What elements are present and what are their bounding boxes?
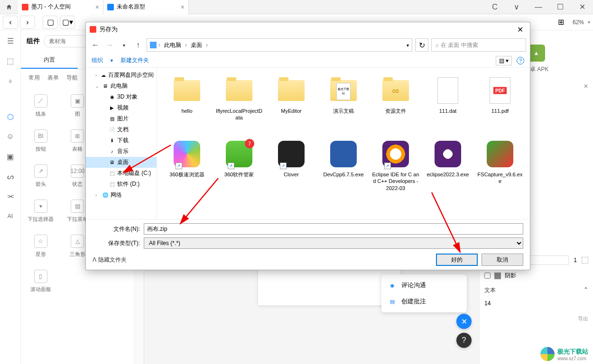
tab-builtin[interactable]: 内置	[21, 52, 78, 69]
chevron-up-icon[interactable]: ⌃	[584, 286, 588, 294]
component-star[interactable]: ☆星形	[23, 229, 59, 263]
filetype-select[interactable]: All Files (*.*)	[144, 237, 523, 249]
fab-close[interactable]: ✕	[456, 314, 472, 329]
annotation-icon: ▤	[388, 297, 397, 306]
tree-item-download[interactable]: ⬇下载	[86, 135, 157, 146]
component-arrow[interactable]: ↗箭头	[23, 159, 59, 193]
file-item[interactable]: eclipse2022.3.exe	[423, 136, 473, 198]
filter-form[interactable]: 表单	[45, 73, 62, 83]
rail-list-icon[interactable]: ☰	[4, 34, 17, 47]
forward-button[interactable]: ›	[20, 16, 35, 29]
file-item[interactable]: IflyrecLocalProjectData	[214, 73, 264, 134]
refresh-button[interactable]: ↻	[415, 38, 428, 52]
breadcrumb-item[interactable]: 此电脑	[162, 41, 183, 49]
rail-smile-icon[interactable]: ☺	[4, 130, 17, 143]
menu-item-annotation[interactable]: ▤ 创建批注	[381, 293, 467, 309]
rail-image-icon[interactable]: ▣	[4, 150, 17, 163]
close-button[interactable]: ✕	[571, 0, 593, 14]
rail-apps-icon[interactable]: ⬨	[4, 74, 17, 87]
hide-folders-toggle[interactable]: ᐱ 隐藏文件夹	[93, 256, 127, 264]
shadow-color-swatch[interactable]	[494, 273, 501, 279]
pattern-icon[interactable]	[582, 257, 588, 264]
help-button[interactable]: ?	[517, 57, 524, 64]
home-button[interactable]	[0, 0, 18, 14]
ok-button[interactable]: 好的	[436, 254, 478, 266]
maximize-button[interactable]: ☐	[549, 0, 571, 14]
rail-ai-icon[interactable]: AI	[4, 209, 17, 223]
file-item[interactable]: ↗Eclipse IDE for C and C++ Developers - …	[371, 136, 421, 198]
tree-item-desktop[interactable]: 🖥桌面	[86, 157, 157, 168]
file-item[interactable]: 7↗360软件管家	[214, 136, 264, 198]
view-options-button[interactable]: ▤ ▾	[496, 56, 512, 65]
layout-icon[interactable]: ⊞	[554, 16, 569, 29]
dropdown-button[interactable]: ∨	[506, 0, 528, 14]
component-scroll[interactable]: ▯滚动面板	[23, 264, 59, 298]
file-icon	[437, 77, 458, 104]
tree-item-disk[interactable]: ⬚软件 (D:)	[86, 179, 157, 190]
dialog-close-button[interactable]: ✕	[514, 25, 526, 34]
file-list[interactable]: helloIflyrecLocalProjectDataMyEditor极光下载…	[157, 68, 530, 219]
expand-icon[interactable]: ›	[95, 193, 100, 198]
tree-item-disk[interactable]: ⬚本地磁盘 (C:)	[86, 168, 157, 179]
page-button[interactable]: ▢	[43, 16, 58, 29]
component-Bt[interactable]: Bt按钮	[23, 124, 59, 158]
tree-item-network[interactable]: ›🌐网络	[86, 190, 157, 200]
rail-branch-icon[interactable]: ᔕ	[4, 170, 17, 183]
file-item[interactable]: ↗360极速浏览器	[162, 136, 212, 198]
tree-item-cloud[interactable]: ›☁百度网盘同步空间	[86, 70, 157, 81]
menu-item-comment[interactable]: ◉ 评论沟通	[381, 277, 467, 293]
nav-up-button[interactable]: ↑	[132, 39, 144, 51]
filter-common[interactable]: 常用	[26, 73, 43, 83]
file-item[interactable]: 111.dat	[423, 73, 473, 134]
reload-button[interactable]: C	[484, 0, 506, 14]
component-line[interactable]: ／线条	[23, 89, 59, 123]
cancel-button[interactable]: 取消	[482, 254, 523, 266]
shadow-checkbox[interactable]	[484, 273, 491, 279]
minimize-button[interactable]: —	[528, 0, 549, 14]
rail-cube-icon[interactable]: ⬡	[4, 110, 17, 123]
expand-icon[interactable]: ›	[95, 73, 99, 78]
zoom-level[interactable]: 62%	[573, 19, 584, 26]
export-label[interactable]: 导出	[484, 315, 588, 322]
browser-tab-0[interactable]: 墨刀 - 个人空间 ×	[18, 0, 103, 14]
tree-item-doc[interactable]: 📄文档	[86, 124, 157, 135]
text-size-value[interactable]: 14	[484, 298, 588, 309]
tree-item-video[interactable]: ▶视频	[86, 102, 157, 113]
fab-help[interactable]: ?	[456, 333, 472, 348]
nav-forward-button[interactable]: →	[104, 39, 115, 51]
expand-icon[interactable]: ⌄	[95, 84, 100, 89]
folder-search-input[interactable]: ⌕ 在 桌面 中搜索	[431, 38, 526, 52]
tab-close-icon[interactable]: ×	[95, 3, 99, 11]
tree-item-3d[interactable]: ◉3D 对象	[86, 91, 157, 102]
file-item[interactable]: PDF111.pdf	[475, 73, 525, 134]
tree-item-music[interactable]: ♪音乐	[86, 146, 157, 157]
organize-dropdown[interactable]: 组织	[92, 56, 103, 64]
breadcrumb-item[interactable]: 桌面	[189, 41, 204, 49]
nav-back-button[interactable]: ←	[90, 39, 101, 51]
frame-dropdown[interactable]: ▢▾	[60, 16, 75, 29]
file-item[interactable]: DevCpp6.7.5.exe	[318, 136, 369, 198]
new-folder-button[interactable]: 新建文件夹	[120, 56, 149, 64]
chevron-down-icon[interactable]: ▾	[407, 43, 409, 48]
file-item[interactable]: ∞资源文件	[371, 73, 421, 134]
tree-item-pc[interactable]: ⌄🖥此电脑	[86, 81, 157, 91]
close-icon[interactable]: ✕	[584, 83, 588, 90]
file-item[interactable]: hello	[162, 73, 212, 134]
file-item[interactable]: ↗Clover	[266, 136, 316, 198]
tree-item-image[interactable]: ▨图片	[86, 113, 157, 124]
tab-close-icon[interactable]: ×	[181, 3, 185, 11]
filter-nav[interactable]: 导航	[64, 73, 81, 83]
nav-recent-dropdown[interactable]: ▾	[118, 39, 130, 51]
browser-tab-1[interactable]: 未命名原型 ×	[103, 0, 189, 14]
file-item[interactable]: 极光下载站演示文稿	[318, 73, 369, 134]
file-item[interactable]: MyEditor	[266, 73, 316, 134]
location-breadcrumb[interactable]: › 此电脑 › 桌面 › ▾	[147, 38, 412, 52]
rail-share-icon[interactable]: ⫘	[4, 190, 17, 203]
component-select[interactable]: ▾下拉选择器	[23, 194, 59, 228]
back-button[interactable]: ‹	[3, 16, 18, 29]
file-item[interactable]: FSCapture_v9.6.exe	[475, 136, 525, 198]
folder-tree[interactable]: ›☁百度网盘同步空间⌄🖥此电脑◉3D 对象▶视频▨图片📄文档⬇下载♪音乐🖥桌面⬚…	[86, 68, 157, 219]
filename-input[interactable]	[144, 223, 523, 235]
chevron-down-icon[interactable]: ▾	[588, 19, 590, 25]
rail-layers-icon[interactable]: ⬚	[4, 54, 17, 67]
